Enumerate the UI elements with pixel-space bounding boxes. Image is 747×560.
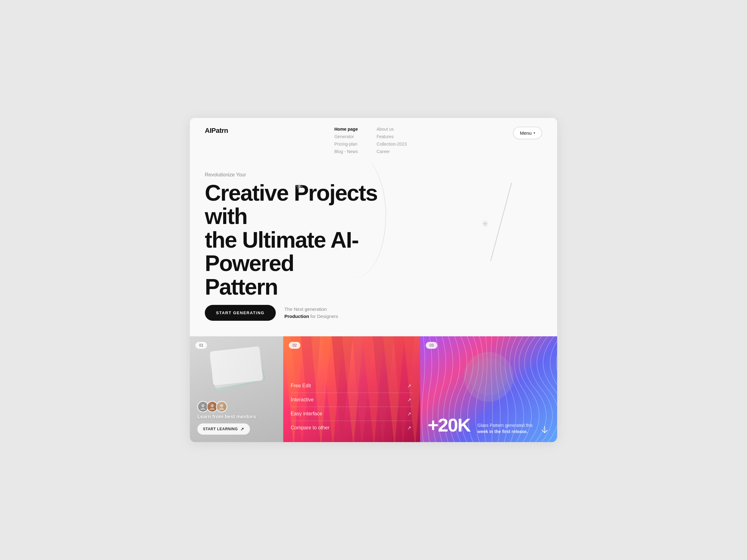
feature-label-easy-interface: Easy interface bbox=[291, 411, 322, 417]
arrow-icon-interactive: ↗ bbox=[405, 396, 413, 403]
svg-point-5 bbox=[219, 408, 224, 410]
feature-label-free-edit: Free Edit bbox=[291, 383, 311, 389]
arrow-right-icon: ↗ bbox=[240, 427, 244, 431]
nav-features[interactable]: Features bbox=[377, 134, 407, 139]
nav-generator[interactable]: Generator bbox=[334, 134, 358, 139]
card-stats: 03 +20K Glass Pattern generated this wee… bbox=[420, 336, 557, 442]
hero-bottom: START GENERATING The Next generation Pro… bbox=[205, 305, 542, 321]
stat-desc-line1: Glass Pattern generated this bbox=[478, 423, 533, 428]
feature-item-compare[interactable]: Compare to other ↗ bbox=[291, 421, 413, 435]
page-wrapper: AIPatrn Home page Generator Pricing-plan… bbox=[190, 118, 557, 443]
card-learn: 01 Learn from best mentors bbox=[190, 336, 283, 442]
deco-line bbox=[490, 183, 512, 261]
card-learn-title: Learn from best mentors bbox=[197, 414, 276, 420]
feature-label-compare: Compare to other bbox=[291, 425, 330, 431]
hero-title: Creative Projects with the Ultimate AI-P… bbox=[205, 181, 423, 299]
menu-label: Menu bbox=[520, 130, 532, 136]
stat-desc-line2: week in the first release. bbox=[478, 429, 528, 434]
tagline-bold: Production bbox=[284, 314, 309, 319]
menu-button[interactable]: Menu ▾ bbox=[513, 127, 542, 139]
start-learning-label: START LEARNING bbox=[203, 427, 238, 431]
cards-section: 01 Learn from best mentors bbox=[190, 336, 557, 442]
nav-container: Home page Generator Pricing-plan Blog - … bbox=[334, 127, 407, 154]
feature-item-easy-interface[interactable]: Easy interface ↗ bbox=[291, 407, 413, 421]
logo: AIPatrn bbox=[205, 127, 228, 135]
hero-section: ✳ ✳ Revolutionize Your Creative Projects… bbox=[190, 163, 557, 337]
nav-col-2: About us Features Collection-2023 Career bbox=[377, 127, 407, 154]
start-learning-button[interactable]: START LEARNING ↗ bbox=[197, 423, 250, 435]
card1-num: 01 bbox=[196, 342, 207, 349]
chevron-down-icon: ▾ bbox=[534, 131, 535, 135]
svg-point-1 bbox=[201, 408, 205, 410]
nav-collection[interactable]: Collection-2023 bbox=[377, 141, 407, 146]
paper-stack-visual bbox=[209, 346, 264, 390]
scroll-down-icon[interactable] bbox=[540, 425, 550, 435]
nav-col-1: Home page Generator Pricing-plan Blog - … bbox=[334, 127, 358, 154]
tagline-suffix: for Designers bbox=[309, 314, 338, 319]
svg-point-2 bbox=[211, 404, 214, 407]
stat-desc: Glass Pattern generated this week in the… bbox=[478, 423, 533, 435]
arrow-icon-compare: ↗ bbox=[405, 424, 413, 431]
svg-point-3 bbox=[210, 408, 215, 410]
nav-pricing[interactable]: Pricing-plan bbox=[334, 141, 358, 146]
hero-title-line2: the Ultimate AI-Powered bbox=[205, 228, 358, 276]
stat-content: +20K Glass Pattern generated this week i… bbox=[428, 416, 550, 435]
arrow-icon-easy-interface: ↗ bbox=[405, 410, 413, 418]
card3-num: 03 bbox=[426, 342, 437, 349]
feature-item-free-edit[interactable]: Free Edit ↗ bbox=[291, 379, 413, 393]
stat-description-block: Glass Pattern generated this week in the… bbox=[478, 423, 533, 435]
svg-point-4 bbox=[220, 404, 223, 407]
hero-subtitle: Revolutionize Your bbox=[205, 172, 542, 178]
hero-tagline: The Next generation Production for Desig… bbox=[284, 306, 338, 320]
feature-list: Free Edit ↗ Interactive ↗ Easy interface… bbox=[291, 379, 413, 435]
nav-blog[interactable]: Blog - News bbox=[334, 149, 358, 154]
nav-home[interactable]: Home page bbox=[334, 127, 358, 132]
hero-title-line3: Pattern bbox=[205, 274, 278, 299]
nav-career[interactable]: Career bbox=[377, 149, 407, 154]
card2-num: 02 bbox=[289, 342, 300, 349]
feature-label-interactive: Interactive bbox=[291, 397, 314, 403]
arrow-icon-free-edit: ↗ bbox=[405, 382, 413, 390]
hero-title-line1: Creative Projects with bbox=[205, 181, 377, 229]
star-icon-2: ✳ bbox=[482, 219, 489, 229]
nav-about[interactable]: About us bbox=[377, 127, 407, 132]
mentors-row bbox=[197, 401, 276, 412]
stat-number-block: +20K bbox=[428, 416, 470, 435]
svg-point-0 bbox=[201, 404, 205, 407]
avatar-3 bbox=[216, 401, 227, 412]
card-features: 02 Free Edit ↗ Interactive ↗ Easy interf… bbox=[283, 336, 420, 442]
header: AIPatrn Home page Generator Pricing-plan… bbox=[190, 118, 557, 163]
start-generating-button[interactable]: START GENERATING bbox=[205, 305, 276, 321]
tagline-line1: The Next generation bbox=[284, 306, 327, 312]
svg-point-20 bbox=[470, 358, 507, 395]
feature-item-interactive[interactable]: Interactive ↗ bbox=[291, 393, 413, 407]
stat-number: +20K bbox=[428, 416, 470, 435]
paper-layer-3 bbox=[210, 346, 263, 385]
